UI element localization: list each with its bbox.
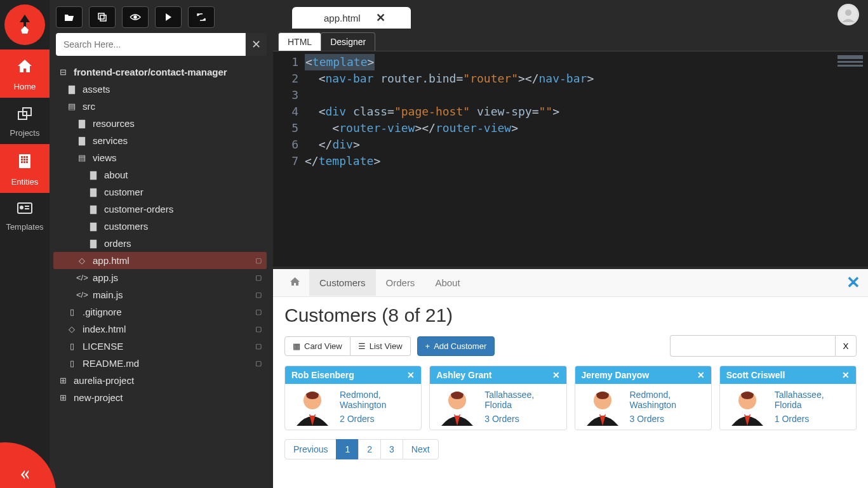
svg-rect-8 [26,159,28,161]
svg-rect-5 [26,156,28,158]
chevron-double-left-icon [20,470,30,479]
add-customer-button[interactable]: +Add Customer [417,336,495,356]
nav-home[interactable]: Home [0,49,50,98]
nav-templates[interactable]: Templates [0,193,50,238]
tree-folder[interactable]: ▇about [53,166,267,183]
line-number: 6 [273,136,298,153]
card-close-button[interactable]: ✕ [697,370,705,380]
svg-rect-17 [100,15,106,21]
code-editor[interactable]: 1 2 3 4 5 6 7 <template> <nav-bar router… [273,51,868,267]
preview-nav-about[interactable]: About [425,270,470,296]
subtab-designer[interactable]: Designer [321,32,375,51]
tree-folder[interactable]: ▇customers [53,218,267,235]
tree-label: orders [104,238,131,249]
folder-icon: ▇ [88,170,99,180]
card-view-button[interactable]: ▦Card View [284,336,351,356]
customer-orders: 1 Orders [775,414,824,424]
page-next[interactable]: Next [403,439,439,459]
tree-folder[interactable]: ▇assets [53,81,267,98]
close-icon: ✕ [846,273,860,292]
tree-root[interactable]: ⊟frontend-creator/contact-manager [53,63,267,81]
tree-folder[interactable]: ⊞new-project [53,389,267,406]
home-icon [290,277,300,286]
home-icon [3,58,46,78]
page-prev[interactable]: Previous [284,439,337,459]
minus-square-icon: ⊟ [57,67,69,77]
tree-folder[interactable]: ▇orders [53,235,267,252]
customer-search-input[interactable] [670,335,835,357]
preview-nav-orders[interactable]: Orders [376,270,425,296]
page-title: Customers (8 of 21) [284,305,857,326]
checkbox-icon[interactable]: ▢ [254,291,263,300]
customer-card[interactable]: Scott Criswell✕ Tallahassee,Florida1 Ord… [719,366,857,430]
person-icon [290,388,335,426]
tree-file[interactable]: ▯LICENSE▢ [53,338,267,355]
tree-folder[interactable]: ▇resources [53,115,267,132]
customer-search-clear[interactable]: X [835,335,857,357]
clear-search-button[interactable]: ✕ [245,33,267,56]
checkbox-icon[interactable]: ▢ [254,256,263,265]
tree-folder[interactable]: ▤src [53,98,267,115]
plus-icon: + [425,341,431,351]
subtab-html[interactable]: HTML [278,32,321,51]
preview-button[interactable] [122,6,149,28]
user-avatar[interactable] [838,4,859,25]
tree-folder[interactable]: ▇customer-orders [53,201,267,218]
page-3[interactable]: 3 [380,439,403,459]
tab-close-button[interactable]: ✕ [376,11,385,25]
list-view-button[interactable]: ☰List View [351,336,411,356]
customer-card[interactable]: Jeremy Danyow✕ Redmond,Washington3 Order… [575,366,712,430]
card-close-button[interactable]: ✕ [842,370,850,380]
pagination: Previous 1 2 3 Next [284,439,857,459]
preview-close-button[interactable]: ✕ [846,273,860,293]
checkbox-icon[interactable]: ▢ [254,342,263,351]
code-icon: </> [76,273,88,282]
customer-name: Jeremy Danyow [582,370,650,380]
run-button[interactable] [155,6,182,28]
nav-label: Templates [6,222,43,232]
checkbox-icon[interactable]: ▢ [254,359,263,368]
tree-folder[interactable]: ▤views [53,149,267,166]
search-input[interactable] [56,33,245,56]
checkbox-icon[interactable]: ▢ [254,274,263,282]
customer-state: Florida [775,400,802,410]
line-number: 5 [273,120,298,136]
tree-label: README.md [83,358,139,369]
tree-folder[interactable]: ▇services [53,132,267,149]
tree-file[interactable]: ▯README.md▢ [53,355,267,372]
html-icon: ◇ [76,256,88,265]
page-1[interactable]: 1 [336,439,359,459]
folder-icon: ▇ [88,239,99,248]
page-2[interactable]: 2 [358,439,381,459]
tree-file[interactable]: ◇index.html▢ [53,320,267,338]
line-number: 2 [273,70,298,87]
svg-rect-6 [21,159,23,161]
nav-projects[interactable]: Projects [0,98,50,144]
tree-file[interactable]: </>main.js▢ [53,286,267,303]
editor-tab[interactable]: app.html ✕ [292,7,411,29]
preview-home-button[interactable] [281,277,309,289]
editor-subtabs: HTML Designer [273,29,868,51]
tree-file-active[interactable]: ◇app.html▢ [53,252,267,269]
sync-button[interactable] [188,6,215,28]
customer-card[interactable]: Ashley Grant✕ Tallahassee,Florida3 Order… [429,366,566,430]
preview-nav-customers[interactable]: Customers [309,270,376,296]
copy-button[interactable] [89,6,116,28]
svg-rect-3 [21,156,23,158]
logo[interactable] [0,0,50,49]
collapse-sidebar-button[interactable] [0,470,50,482]
checkbox-icon[interactable]: ▢ [254,325,263,334]
card-close-button[interactable]: ✕ [407,370,415,380]
plus-square-icon: ⊞ [57,376,69,385]
minimap[interactable] [830,51,868,267]
nav-entities[interactable]: Entities [0,144,50,193]
tab-bar: app.html ✕ [273,0,868,29]
card-close-button[interactable]: ✕ [552,370,560,380]
tree-file[interactable]: </>app.js▢ [53,269,267,286]
customer-card[interactable]: Rob Eisenberg✕ Redmond,Washington2 Order… [284,366,422,430]
open-folder-button[interactable] [56,6,83,28]
tree-file[interactable]: ▯.gitignore▢ [53,303,267,320]
tree-folder[interactable]: ⊞aurelia-project [53,372,267,389]
checkbox-icon[interactable]: ▢ [254,308,263,317]
tree-folder[interactable]: ▇customer [53,183,267,201]
